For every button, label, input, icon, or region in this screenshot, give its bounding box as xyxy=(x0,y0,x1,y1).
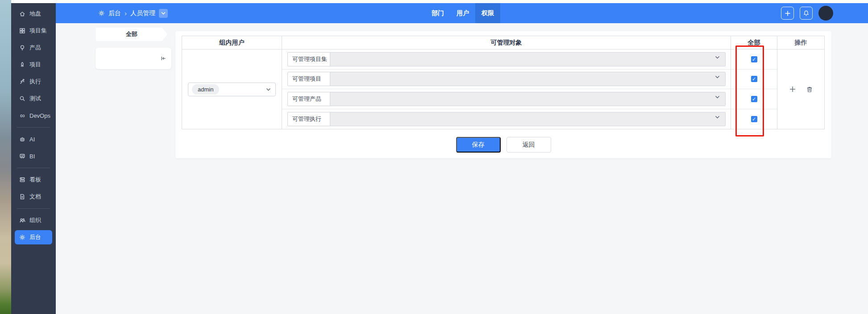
chevron-down-icon xyxy=(715,116,720,119)
sidebar-item-label: 执行 xyxy=(29,78,41,86)
all-checkbox-execution[interactable] xyxy=(751,116,757,122)
navbar-tabs: 部门 用户 权限 xyxy=(425,3,500,23)
header-actions: 操作 xyxy=(777,36,824,49)
header-manageable-objects: 可管理对象 xyxy=(282,36,731,49)
sidebar-item-label: 文档 xyxy=(29,193,41,201)
plus-icon xyxy=(785,10,791,17)
object-select-project[interactable] xyxy=(330,72,725,86)
magnifier-icon xyxy=(19,95,26,102)
sidebar-item-label: 后台 xyxy=(29,233,41,241)
object-label: 可管理产品 xyxy=(288,92,330,106)
top-margin xyxy=(11,0,868,3)
object-label: 可管理项目 xyxy=(288,72,330,86)
filter-tab-all[interactable]: 全部 xyxy=(96,28,167,41)
object-input-group: 可管理项目 xyxy=(287,72,726,86)
sidebar-item-label: DevOps xyxy=(29,112,50,119)
chevron-down-icon xyxy=(715,56,720,59)
notification-button[interactable] xyxy=(800,7,813,20)
sidebar-divider xyxy=(17,208,50,209)
object-input-group: 可管理项目集 xyxy=(287,52,726,66)
sidebar-item-label: 地盘 xyxy=(29,10,41,18)
add-row-icon[interactable] xyxy=(789,86,796,93)
collapse-panel-button[interactable] xyxy=(159,54,168,63)
privilege-table: 组内用户 可管理对象 全部 操作 admin xyxy=(182,36,825,129)
object-select-execution[interactable] xyxy=(330,112,725,126)
object-label: 可管理项目集 xyxy=(288,53,330,66)
table-header-row: 组内用户 可管理对象 全部 操作 xyxy=(182,36,824,50)
breadcrumb-root[interactable]: 后台 xyxy=(108,9,121,17)
sidebar-item-program[interactable]: 项目集 xyxy=(11,22,56,39)
breadcrumb-separator: › xyxy=(125,9,127,17)
checkbox-row xyxy=(731,50,777,70)
checkbox-row xyxy=(731,70,777,90)
chevron-down-icon xyxy=(266,88,271,91)
sidebar-item-kanban[interactable]: 看板 xyxy=(11,171,56,188)
sidebar-divider xyxy=(17,168,50,168)
sidebar-item-label: 产品 xyxy=(29,44,41,52)
sidebar-item-home[interactable]: 地盘 xyxy=(11,5,56,22)
object-select-program[interactable] xyxy=(330,53,725,66)
sidebar-item-devops[interactable]: ∞ DevOps xyxy=(11,107,56,124)
breadcrumb: 后台 › 人员管理 xyxy=(98,3,168,23)
object-label: 可管理执行 xyxy=(288,112,330,126)
app-window: 地盘 项目集 产品 项目 执行 测试 ∞ DevOps AI xyxy=(0,0,868,314)
wallpaper-strip xyxy=(0,0,11,314)
delete-row-icon[interactable] xyxy=(806,86,813,93)
collapse-left-icon xyxy=(160,55,166,62)
header-group-user: 组内用户 xyxy=(182,36,282,49)
infinity-icon: ∞ xyxy=(19,112,26,119)
object-select-product[interactable] xyxy=(330,92,725,106)
tab-label: 部门 xyxy=(432,9,444,17)
object-row-execution: 可管理执行 xyxy=(282,109,731,129)
table-body-row: admin 可管理项目集 xyxy=(182,50,824,129)
sidebar: 地盘 项目集 产品 项目 执行 测试 ∞ DevOps AI xyxy=(11,3,56,314)
tab-user[interactable]: 用户 xyxy=(450,3,475,23)
bell-icon xyxy=(803,10,810,17)
chevron-down-icon xyxy=(161,12,166,15)
gear-icon xyxy=(19,234,26,241)
sidebar-item-project[interactable]: 项目 xyxy=(11,56,56,73)
tab-label: 用户 xyxy=(457,9,469,17)
sidebar-item-admin[interactable]: 后台 xyxy=(15,230,52,244)
sidebar-item-test[interactable]: 测试 xyxy=(11,90,56,107)
row-actions-cell xyxy=(777,50,824,129)
runner-icon xyxy=(19,78,26,85)
sidebar-item-execution[interactable]: 执行 xyxy=(11,73,56,90)
sidebar-item-doc[interactable]: 文档 xyxy=(11,188,56,205)
save-button[interactable]: 保存 xyxy=(456,137,501,153)
sidebar-item-bi[interactable]: BI xyxy=(11,148,56,165)
avatar[interactable] xyxy=(818,6,833,21)
checkbox-row xyxy=(731,89,777,109)
sidebar-item-label: AI xyxy=(29,136,35,143)
all-checkbox-project[interactable] xyxy=(751,76,757,82)
object-input-group: 可管理产品 xyxy=(287,92,726,106)
sidebar-item-label: 测试 xyxy=(29,95,41,103)
back-button[interactable]: 返回 xyxy=(507,137,551,153)
robot-icon xyxy=(19,136,26,143)
sidebar-item-product[interactable]: 产品 xyxy=(11,39,56,56)
chart-board-icon xyxy=(19,153,26,160)
sidebar-item-label: 看板 xyxy=(29,176,41,184)
breadcrumb-current[interactable]: 人员管理 xyxy=(130,9,155,17)
object-row-project: 可管理项目 xyxy=(282,70,731,90)
sidebar-item-org[interactable]: 组织 xyxy=(11,212,56,229)
lightbulb-icon xyxy=(19,44,26,51)
add-button[interactable] xyxy=(781,7,794,20)
footer-button-row: 保存 返回 xyxy=(175,137,831,153)
all-checkbox-product[interactable] xyxy=(751,96,757,102)
tab-department[interactable]: 部门 xyxy=(425,3,450,23)
sidebar-item-label: BI xyxy=(29,153,35,160)
tab-label: 权限 xyxy=(482,9,494,17)
sidebar-item-ai[interactable]: AI xyxy=(11,131,56,148)
sidebar-divider xyxy=(17,127,50,128)
breadcrumb-dropdown-toggle[interactable] xyxy=(159,9,168,18)
group-user-cell: admin xyxy=(182,50,282,129)
people-icon xyxy=(19,217,26,224)
group-user-select[interactable]: admin xyxy=(188,83,276,96)
tab-privilege[interactable]: 权限 xyxy=(475,3,500,23)
object-input-group: 可管理执行 xyxy=(287,112,726,126)
rocket-icon xyxy=(19,61,26,68)
manageable-objects-cell: 可管理项目集 可管理项目 xyxy=(282,50,731,129)
document-icon xyxy=(19,193,26,200)
all-checkbox-program[interactable] xyxy=(751,56,757,62)
